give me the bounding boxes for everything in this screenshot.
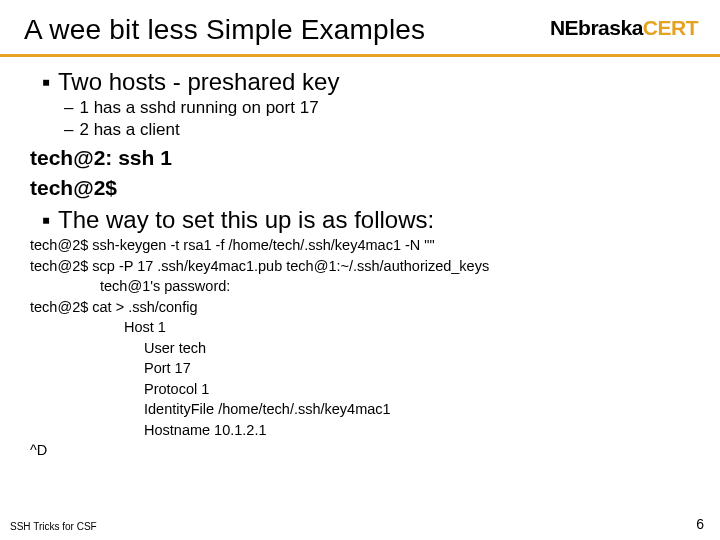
logo-part1: NEbraska xyxy=(550,16,643,39)
logo-part2: CERT xyxy=(643,16,698,39)
dash-icon: – xyxy=(64,120,73,139)
code-line: tech@2$ scp -P 17 .ssh/key4mac1.pub tech… xyxy=(24,257,696,276)
sub-bullet-text: 1 has a sshd running on port 17 xyxy=(79,98,318,117)
bullet-setup: ▪The way to set this up is as follows: xyxy=(24,206,696,234)
code-line: Port 17 xyxy=(24,359,696,378)
footer-left: SSH Tricks for CSF xyxy=(10,521,97,532)
page-number: 6 xyxy=(696,516,704,532)
code-line: tech@2$ ssh-keygen -t rsa1 -f /home/tech… xyxy=(24,236,696,255)
bullet-marker-icon: ▪ xyxy=(42,206,52,234)
bullet-two-hosts: ▪Two hosts - preshared key xyxy=(24,68,696,96)
command-prompt: tech@2$ xyxy=(24,176,696,200)
code-line: Protocol 1 xyxy=(24,380,696,399)
sub-bullet-client: –2 has a client xyxy=(24,120,696,140)
dash-icon: – xyxy=(64,98,73,117)
sub-bullet-sshd: –1 has a sshd running on port 17 xyxy=(24,98,696,118)
sub-bullet-text: 2 has a client xyxy=(79,120,179,139)
slide-content: ▪Two hosts - preshared key –1 has a sshd… xyxy=(24,68,696,460)
code-line: IdentityFile /home/tech/.ssh/key4mac1 xyxy=(24,400,696,419)
bullet-marker-icon: ▪ xyxy=(42,68,52,96)
code-line: User tech xyxy=(24,339,696,358)
logo: NEbraskaCERT xyxy=(550,16,698,40)
bullet-text: Two hosts - preshared key xyxy=(58,68,339,95)
code-line: tech@1's password: xyxy=(24,277,696,296)
code-line-ctrl-d: ^D xyxy=(24,441,696,460)
command-ssh: tech@2: ssh 1 xyxy=(24,146,696,170)
title-underline xyxy=(0,54,720,57)
slide: A wee bit less Simple Examples NEbraskaC… xyxy=(0,0,720,540)
bullet-text: The way to set this up is as follows: xyxy=(58,206,434,233)
code-line: Hostname 10.1.2.1 xyxy=(24,421,696,440)
code-line: tech@2$ cat > .ssh/config xyxy=(24,298,696,317)
code-line: Host 1 xyxy=(24,318,696,337)
